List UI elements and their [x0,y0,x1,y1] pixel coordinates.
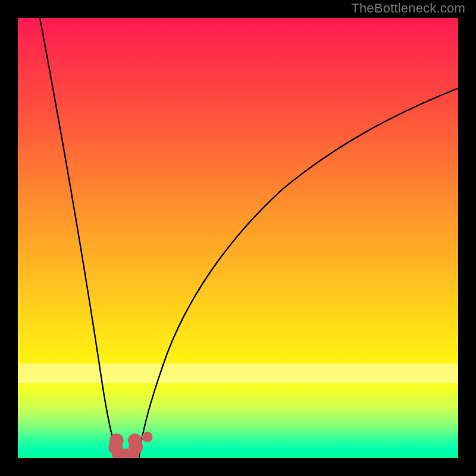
left-branch-curve [40,18,118,458]
marker-bracket-right-top [128,434,142,448]
plot-area [18,18,458,458]
outer-frame: TheBottleneck.com [0,0,476,476]
marker-group [108,432,152,458]
right-branch-curve [139,88,459,458]
curve-layer [18,18,458,458]
marker-lone-dot [142,432,153,443]
watermark-text: TheBottleneck.com [351,0,465,17]
